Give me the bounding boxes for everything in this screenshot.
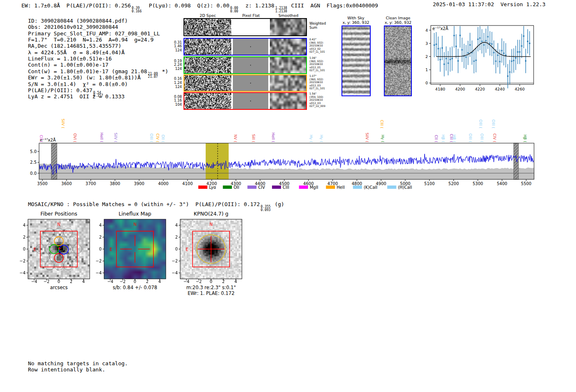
header-text-6: CIII AGN Flags:0x00400009	[288, 2, 378, 9]
svg-text:3600: 3600	[61, 181, 72, 186]
spec2d-2d-image-3	[184, 75, 231, 91]
report-date: 2025-01-03 11:37:02	[433, 1, 494, 7]
svg-text:4900: 4900	[376, 181, 386, 186]
emission-label-17: Hβ (	[441, 135, 445, 142]
cutout-ytick-lineflux--4: −4	[93, 271, 102, 275]
legend-swatch-0	[198, 186, 207, 189]
cutout-ytick-kpno--4: −4	[169, 271, 178, 275]
emission-label-11: Hγ (	[309, 135, 313, 142]
compass-e-kpno: E	[186, 247, 188, 252]
emission-label-22: OIII (	[480, 134, 484, 142]
clean-coords: x, y: 360, 932	[381, 20, 416, 25]
svg-text:4000: 4000	[158, 181, 168, 186]
spec2d-2d-image-2	[184, 57, 231, 73]
emission-label-20: OIII (	[468, 134, 472, 142]
header-text-0: EW: 1.7±0.8Å P(LAE)/P(OII): 0.256	[21, 2, 131, 9]
cutout-ytick-fiber-2: 2	[16, 235, 26, 239]
svg-text:3800: 3800	[110, 181, 120, 186]
withsky-title: With Sky	[339, 16, 372, 20]
emission-label-4: SiIV (	[114, 133, 118, 142]
cutout-xtick-fiber-4: 4	[79, 279, 88, 284]
svg-text:5200: 5200	[448, 181, 459, 186]
line-fit-plot: 0123441804200422042404260e⁻¹⁷x2Å	[420, 21, 543, 93]
emission-label-1: SiIV (	[61, 119, 65, 128]
emission-label-12: Hγ (	[319, 135, 323, 142]
legend-swatch-5	[326, 186, 335, 189]
legend-label-6: (K)CaII	[364, 185, 377, 190]
mosaic-text-0: MOSAIC/KPNO : Possible Matches = 0 (with…	[28, 201, 260, 207]
withsky-image	[342, 26, 370, 95]
svg-text:4200: 4200	[455, 87, 465, 91]
emission-label-23: OIII (	[491, 120, 495, 128]
emission-label-0: CII (	[39, 135, 43, 142]
emission-label-13: SiIV (	[365, 133, 369, 142]
cutout-ytick-kpno-0: 0	[169, 247, 178, 251]
spec2d-flat-image-1	[233, 39, 268, 55]
header-text-2: P(Lyα): 0.098 Q(z): 0.00	[142, 2, 229, 9]
legend-label-1: OII	[234, 185, 239, 190]
emission-label-21: OIII (	[478, 120, 483, 128]
spec2d-2d-image-4	[184, 93, 231, 109]
compass-n-fiber: N	[57, 222, 60, 227]
cutout-ytick-fiber--2: −2	[16, 259, 26, 263]
cutout-ytick-lineflux-2: 2	[93, 235, 102, 239]
svg-text:1: 1	[425, 67, 428, 72]
cutout-ytick-kpno--2: −2	[169, 259, 178, 263]
svg-text:5500: 5500	[521, 181, 531, 186]
compass-e-lineflux: E	[109, 247, 112, 252]
cutout-ytick-lineflux-4: 4	[93, 223, 102, 227]
cutout-xtick-fiber-0: 0	[54, 279, 64, 284]
full-spectrum-plot: 3500360037003800390040004100420043004400…	[23, 110, 553, 193]
cutout-xlabel2-kpno: EWr: 1. PLAE: 0.172	[170, 290, 252, 296]
spec2d-left-labels-4: 0.081.16104	[166, 95, 182, 107]
cutout-xtick-kpno--4: −4	[181, 279, 191, 284]
header-frac-1: 0.390.166	[132, 7, 142, 13]
cutout-xtick-kpno-4: 4	[231, 279, 241, 284]
header-stats-line: EW: 1.7±0.8Å P(LAE)/P(OII): 0.2560.390.1…	[21, 1, 378, 13]
legend-swatch-3	[272, 186, 281, 189]
svg-text:0.0: 0.0	[30, 171, 37, 176]
legend-swatch-7	[387, 186, 396, 189]
emission-label-14: CIII (	[380, 120, 384, 128]
cutout-xtick-lineflux--4: −4	[105, 279, 115, 284]
cutout-overlay-fiber: NE	[25, 216, 93, 282]
emission-label-3: HeII (	[100, 132, 104, 142]
emission-label-7: OII (	[161, 135, 165, 142]
svg-text:4260: 4260	[515, 87, 525, 91]
svg-text:0: 0	[425, 81, 428, 85]
mosaic-kpno-line: MOSAIC/KPNO : Possible Matches = 0 (with…	[28, 200, 284, 211]
mosaic-text-2: (g)	[272, 201, 284, 207]
elixer-report-page: 2025-01-03 11:37:02 Version 1.22.3 2D Sp…	[0, 0, 576, 392]
cutout-xlabel-fiber: arcsecs	[18, 285, 100, 290]
cutout-ytick-kpno-2: 2	[169, 235, 178, 239]
emission-label-9: SiII (	[251, 134, 255, 142]
cutout-overlay-lineflux: NE	[101, 216, 169, 282]
emission-label-25: Hβ (	[523, 135, 527, 142]
info-line-12-text-0: LyA z = 2.4751 OII z = 0.1333	[28, 93, 125, 100]
info-line-8-frac-1: 21.0921.07	[148, 72, 158, 79]
legend-label-3: CIII	[283, 185, 289, 190]
compass-n-lineflux: N	[133, 222, 136, 227]
compass-e-fiber: E	[33, 247, 36, 252]
spec2d-left-labels-2: 0.192.24124	[166, 59, 182, 71]
emission-label-24: CIV (	[492, 134, 497, 142]
svg-text:4800: 4800	[352, 181, 362, 186]
cutout-xlabel-kpno: m:20.3 re:2.3" s:0.1"	[170, 285, 252, 290]
cutout-ytick-lineflux--2: −2	[93, 259, 102, 263]
svg-text:3: 3	[425, 41, 428, 46]
spec2d-left-labels-1: 0.311.46124	[166, 41, 182, 53]
legend-label-2: CIV	[258, 185, 265, 190]
emission-label-6: CIV (	[156, 134, 160, 142]
spec2d-flat-image-4	[233, 93, 268, 109]
spec2d-right-labels-3: 1.07"(360, 932)20210610v012_03027_LL_101	[309, 75, 334, 90]
spec2d-smoothed-image-0	[270, 19, 306, 35]
svg-text:4: 4	[425, 28, 428, 32]
cutout-xtick-lineflux-4: 4	[155, 279, 165, 284]
svg-text:5.0: 5.0	[30, 149, 37, 154]
header-text-4: z: 1.2138	[239, 2, 274, 9]
svg-text:e⁻¹⁷x2Å: e⁻¹⁷x2Å	[432, 26, 448, 31]
svg-text:5100: 5100	[424, 181, 434, 186]
svg-text:5400: 5400	[497, 181, 507, 186]
spec2d-header-2dspec: 2D Spec	[191, 13, 224, 18]
cutout-ytick-fiber-0: 0	[16, 247, 26, 251]
